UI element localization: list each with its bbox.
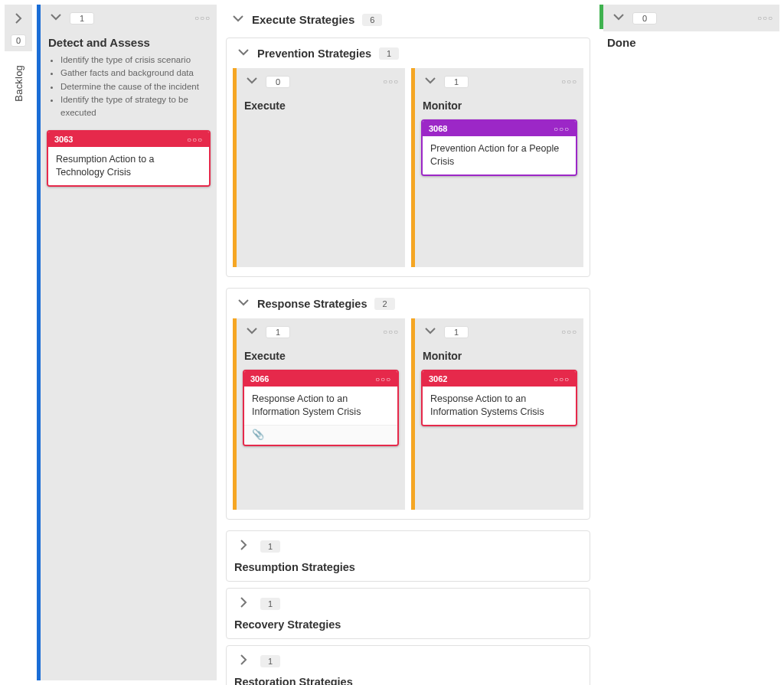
resumption-section: 1 Resumption Strategies [226, 530, 590, 582]
detect-bullet: Gather facts and background data [60, 67, 209, 80]
lane-collapse-button[interactable] [421, 71, 439, 92]
chevron-right-icon [12, 12, 24, 24]
response-title: Response Strategies [257, 298, 367, 310]
card-id: 3068 [429, 124, 447, 133]
card-menu-button[interactable]: ○○○ [375, 375, 391, 383]
chevron-down-icon [50, 11, 62, 23]
execute-header: Execute Strategies 6 [221, 5, 595, 34]
lane-menu-button[interactable]: ○○○ [383, 328, 399, 336]
detect-column: 1 ○○○ Detect and Assess Identify the typ… [37, 5, 217, 680]
execute-strategies-column: Execute Strategies 6 Prevention Strategi… [221, 5, 595, 680]
detect-bullet: Identify the type of strategy to be exec… [60, 93, 209, 120]
chevron-down-icon [424, 74, 436, 86]
card-footer: 📎 [244, 425, 397, 445]
detect-menu-button[interactable]: ○○○ [194, 14, 211, 22]
card-header: 3062 ○○○ [423, 371, 576, 387]
card-header: 3063 ○○○ [48, 132, 209, 147]
lane-menu-button[interactable]: ○○○ [383, 77, 399, 86]
detect-bullet: Determine the cause of the incident [60, 80, 209, 93]
chevron-down-icon [246, 325, 258, 337]
prevention-count: 1 [379, 47, 399, 60]
execute-count: 6 [362, 14, 382, 26]
card-title: Response Action to an Information System… [423, 387, 576, 425]
response-section: Response Strategies 2 1 ○○○ [226, 288, 590, 520]
done-collapse-button[interactable] [609, 8, 628, 28]
card-menu-button[interactable]: ○○○ [187, 135, 203, 144]
card-id: 3066 [250, 374, 269, 383]
prevention-header: Prevention Strategies 1 [227, 38, 590, 68]
chevron-right-icon [237, 596, 250, 608]
card-title: Response Action to an Information System… [244, 387, 397, 425]
lane-count: 1 [444, 76, 469, 88]
lane-title: Execute [237, 95, 405, 116]
card-3068[interactable]: 3068 ○○○ Prevention Action for a People … [421, 119, 577, 176]
restoration-section: 1 Restoration Strategies [226, 645, 590, 685]
card-menu-button[interactable]: ○○○ [554, 125, 570, 133]
lane-collapse-button[interactable] [421, 321, 439, 342]
chevron-down-icon [612, 11, 625, 23]
detect-title: Detect and Assess [41, 31, 217, 52]
resumption-title: Resumption Strategies [234, 556, 582, 573]
response-collapse-button[interactable] [234, 293, 253, 314]
chevron-right-icon [237, 539, 250, 551]
lane-count: 1 [266, 326, 290, 338]
prevention-monitor-lane: 1 ○○○ Monitor 3068 ○○○ Prevention Action… [411, 68, 583, 267]
lane-menu-button[interactable]: ○○○ [561, 328, 577, 336]
kanban-board: 0 Backlog 1 ○○○ Detect and Assess Identi… [0, 0, 784, 685]
lane-count: 0 [266, 76, 290, 88]
response-count: 2 [374, 298, 394, 310]
response-monitor-lane: 1 ○○○ Monitor 3062 ○○○ Response Action t… [411, 318, 583, 510]
backlog-expand-button[interactable] [11, 8, 26, 31]
recovery-expand-button[interactable] [234, 593, 253, 614]
restoration-count: 1 [260, 655, 280, 667]
backlog-header: 0 [5, 5, 32, 51]
detect-bullet: Identify the type of crisis scenario [60, 54, 209, 67]
lane-title: Monitor [415, 345, 583, 367]
resumption-expand-button[interactable] [234, 536, 253, 556]
lane-menu-button[interactable]: ○○○ [561, 77, 577, 86]
detect-description-list: Identify the type of crisis scenario Gat… [41, 52, 217, 127]
response-header: Response Strategies 2 [227, 289, 590, 318]
card-header: 3066 ○○○ [244, 371, 397, 387]
restoration-title: Restoration Strategies [234, 671, 582, 685]
backlog-column: 0 Backlog [5, 5, 32, 680]
done-menu-button[interactable]: ○○○ [757, 14, 773, 22]
chevron-down-icon [237, 46, 250, 58]
attachment-icon: 📎 [252, 429, 264, 440]
lane-title: Monitor [415, 95, 583, 116]
prevention-collapse-button[interactable] [234, 43, 253, 64]
restoration-expand-button[interactable] [234, 651, 253, 671]
done-column: 0 ○○○ Done [599, 5, 779, 680]
execute-title: Execute Strategies [252, 13, 354, 26]
prevention-title: Prevention Strategies [257, 47, 371, 60]
card-3062[interactable]: 3062 ○○○ Response Action to an Informati… [421, 370, 577, 426]
done-title: Done [599, 31, 779, 52]
lane-title: Execute [237, 345, 405, 367]
chevron-down-icon [232, 12, 244, 24]
card-id: 3063 [54, 135, 73, 144]
recovery-count: 1 [260, 598, 280, 610]
chevron-right-icon [237, 654, 250, 666]
card-3063[interactable]: 3063 ○○○ Resumption Action to a Technolo… [47, 130, 211, 187]
detect-count: 1 [70, 12, 94, 24]
card-3066[interactable]: 3066 ○○○ Response Action to an Informati… [243, 370, 399, 446]
lane-collapse-button[interactable] [243, 321, 261, 342]
card-id: 3062 [429, 374, 447, 383]
detect-header: 1 ○○○ [41, 5, 217, 31]
lane-count: 1 [444, 326, 469, 338]
lane-collapse-button[interactable] [243, 71, 261, 92]
recovery-section: 1 Recovery Strategies [226, 588, 590, 639]
chevron-down-icon [237, 296, 250, 308]
chevron-down-icon [424, 325, 436, 337]
prevention-execute-lane: 0 ○○○ Execute [233, 68, 405, 267]
done-count: 0 [632, 12, 657, 24]
card-title: Prevention Action for a People Crisis [423, 136, 576, 175]
response-execute-lane: 1 ○○○ Execute 3066 ○○○ Response Action t… [233, 318, 405, 510]
execute-collapse-button[interactable] [229, 9, 247, 30]
detect-collapse-button[interactable] [47, 8, 65, 28]
backlog-label: Backlog [13, 65, 24, 102]
backlog-count: 0 [11, 34, 26, 47]
card-menu-button[interactable]: ○○○ [554, 375, 570, 383]
recovery-title: Recovery Strategies [234, 614, 582, 631]
card-header: 3068 ○○○ [423, 121, 576, 136]
